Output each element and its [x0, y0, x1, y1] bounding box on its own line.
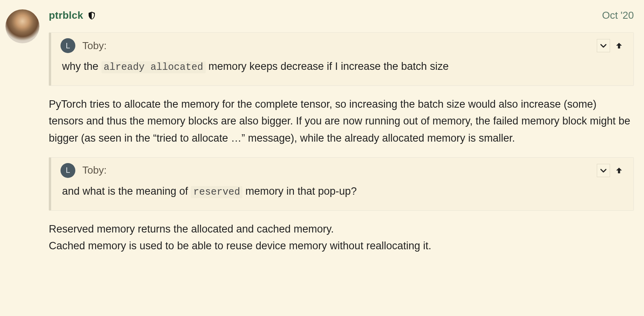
author-username[interactable]: ptrblck — [49, 9, 83, 21]
quote-text-part: why the — [62, 60, 101, 72]
quote-author-name: Toby: — [82, 164, 107, 176]
quote-controls — [597, 164, 626, 177]
quote-avatar[interactable]: L — [60, 163, 75, 178]
post-header: ptrblck Oct '20 — [49, 9, 634, 21]
quote-text-part: and what is the meaning of — [62, 185, 191, 197]
post-date[interactable]: Oct '20 — [602, 9, 634, 21]
quote-text-part: memory in that pop-up? — [242, 185, 357, 197]
quote-block: L Toby: and what is the meaning of reser… — [49, 157, 634, 211]
reply-line: Cached memory is used to be able to reus… — [49, 240, 431, 252]
reply-paragraph: Reserved memory returns the allocated an… — [49, 221, 634, 255]
post-body: ptrblck Oct '20 L Toby: — [49, 9, 639, 263]
quote-block: L Toby: why the already allocated memory… — [49, 32, 634, 86]
quote-author-name: Toby: — [82, 40, 107, 52]
quote-text: why the already allocated memory keeps d… — [51, 57, 633, 85]
expand-quote-button[interactable] — [597, 164, 610, 177]
quote-header: L Toby: — [51, 33, 633, 57]
quote-author: L Toby: — [60, 38, 107, 53]
goto-quoted-post-button[interactable] — [612, 164, 626, 177]
author-avatar[interactable] — [5, 9, 39, 43]
reply-line: Reserved memory returns the allocated an… — [49, 223, 334, 235]
quote-header: L Toby: — [51, 158, 633, 182]
quote-author: L Toby: — [60, 163, 107, 178]
inline-code: reserved — [191, 186, 242, 198]
quote-text: and what is the meaning of reserved memo… — [51, 182, 633, 210]
quote-controls — [597, 39, 626, 52]
reply-paragraph: PyTorch tries to allocate the memory for… — [49, 96, 634, 147]
inline-code: already allocated — [101, 61, 206, 73]
goto-quoted-post-button[interactable] — [612, 39, 626, 52]
author-line: ptrblck — [49, 9, 96, 21]
shield-icon — [87, 11, 96, 20]
quote-avatar[interactable]: L — [60, 38, 75, 53]
forum-post: ptrblck Oct '20 L Toby: — [0, 0, 644, 263]
expand-quote-button[interactable] — [597, 39, 610, 52]
quote-text-part: memory keeps decrease if I increase the … — [206, 60, 449, 72]
